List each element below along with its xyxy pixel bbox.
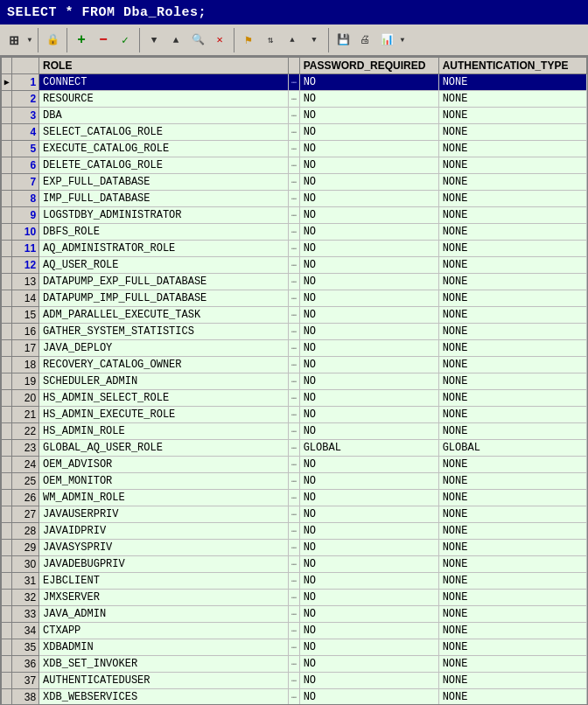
table-row[interactable]: 35XDBADMIN⋯NONONE: [2, 639, 587, 656]
row-indicator-cell: [2, 373, 12, 390]
filter-down-button[interactable]: ▼: [144, 30, 164, 51]
table-row[interactable]: 17JAVA_DEPLOY⋯NONONE: [2, 340, 587, 357]
table-row[interactable]: 24OEM_ADVISOR⋯NONONE: [2, 457, 587, 473]
table-row[interactable]: 38XDB_WEBSERVICES⋯NONONE: [2, 689, 587, 706]
remove-row-button[interactable]: −: [93, 30, 114, 51]
table-row[interactable]: 25OEM_MONITOR⋯NONONE: [2, 473, 587, 490]
auth-header-label: AUTHENTICATION_TYPE: [443, 59, 569, 72]
table-row[interactable]: 21HS_ADMIN_EXECUTE_ROLE⋯NONONE: [2, 407, 587, 423]
row-number-cell: 4: [12, 124, 39, 141]
row-number-cell: 25: [12, 473, 39, 490]
table-row[interactable]: 3DBA⋯NONONE: [2, 108, 587, 124]
authentication-type-cell: NONE: [438, 423, 586, 440]
col-separator-cell: ⋯: [289, 523, 299, 540]
password-header[interactable]: PASSWORD_REQUIRED: [299, 58, 438, 74]
print-button[interactable]: 🖨: [354, 30, 375, 51]
role-cell: HS_ADMIN_EXECUTE_ROLE: [39, 407, 289, 423]
table-row[interactable]: 33JAVA_ADMIN⋯NONONE: [2, 606, 587, 623]
table-row[interactable]: 34CTXAPP⋯NONONE: [2, 623, 587, 639]
sort-desc-button[interactable]: ▼: [304, 30, 325, 51]
role-cell: EXP_FULL_DATABASE: [39, 174, 289, 191]
table-row[interactable]: 30JAVADEBUGPRIV⋯NONONE: [2, 556, 587, 573]
row-indicator-cell: [2, 324, 12, 340]
authentication-type-cell: NONE: [438, 307, 586, 324]
table-row[interactable]: 20HS_ADMIN_SELECT_ROLE⋯NONONE: [2, 390, 587, 407]
role-cell: CONNECT: [39, 74, 289, 91]
table-row[interactable]: 15ADM_PARALLEL_EXECUTE_TASK⋯NONONE: [2, 307, 587, 324]
grid-dropdown-arrow[interactable]: ▼: [25, 30, 34, 51]
row-number-cell: 30: [12, 556, 39, 573]
grid-toggle-button[interactable]: ⊞: [4, 30, 24, 51]
role-header[interactable]: ROLE: [39, 58, 289, 74]
role-header-label: ROLE: [43, 59, 72, 72]
row-indicator-cell: [2, 639, 12, 656]
col-separator-cell: ⋯: [289, 556, 299, 573]
table-row[interactable]: 2RESOURCE⋯NONONE: [2, 91, 587, 108]
password-required-cell: NO: [299, 473, 438, 490]
flag-button[interactable]: ⚑: [238, 30, 259, 51]
authentication-type-cell: NONE: [438, 556, 586, 573]
table-row[interactable]: 5EXECUTE_CATALOG_ROLE⋯NONONE: [2, 141, 587, 157]
table-row[interactable]: 22HS_ADMIN_ROLE⋯NONONE: [2, 423, 587, 440]
table-row[interactable]: 29JAVASYSPRIV⋯NONONE: [2, 540, 587, 556]
table-row[interactable]: 13DATAPUMP_EXP_FULL_DATABASE⋯NONONE: [2, 274, 587, 290]
table-row[interactable]: 10DBFS_ROLE⋯NONONE: [2, 224, 587, 241]
table-row[interactable]: 11AQ_ADMINISTRATOR_ROLE⋯NONONE: [2, 241, 587, 257]
table-row[interactable]: 26WM_ADMIN_ROLE⋯NONONE: [2, 490, 587, 506]
sort-button[interactable]: ⇅: [260, 30, 281, 51]
table-row[interactable]: 36XDB_SET_INVOKER⋯NONONE: [2, 656, 587, 673]
table-row[interactable]: 16GATHER_SYSTEM_STATISTICS⋯NONONE: [2, 324, 587, 340]
chart-button[interactable]: 📊: [376, 30, 397, 51]
clear-button[interactable]: ✕: [209, 30, 230, 51]
table-row[interactable]: 19SCHEDULER_ADMIN⋯NONONE: [2, 373, 587, 390]
row-indicator-cell: [2, 623, 12, 639]
sort-asc-button[interactable]: ▲: [282, 30, 303, 51]
table-row[interactable]: 18RECOVERY_CATALOG_OWNER⋯NONONE: [2, 357, 587, 373]
save-button[interactable]: 💾: [332, 30, 354, 51]
table-row[interactable]: 27JAVAUSERPRIV⋯NONONE: [2, 506, 587, 523]
row-number-cell: 12: [12, 257, 39, 274]
table-row[interactable]: 31EJBCLIENT⋯NONONE: [2, 573, 587, 590]
authentication-type-cell: NONE: [438, 523, 586, 540]
authentication-type-cell: NONE: [438, 324, 586, 340]
check-row-button[interactable]: ✓: [115, 30, 136, 51]
table-row[interactable]: 6DELETE_CATALOG_ROLE⋯NONONE: [2, 157, 587, 174]
authentication-type-cell: NONE: [438, 257, 586, 274]
chart-dropdown-arrow[interactable]: ▼: [398, 30, 407, 51]
data-grid[interactable]: ROLE PASSWORD_REQUIRED AUTHENTICATION_TY…: [0, 56, 588, 705]
table-row[interactable]: 32JMXSERVER⋯NONONE: [2, 590, 587, 606]
table-row[interactable]: 37AUTHENTICATEDUSER⋯NONONE: [2, 673, 587, 689]
table-row[interactable]: 12AQ_USER_ROLE⋯NONONE: [2, 257, 587, 274]
row-indicator-cell: [2, 340, 12, 357]
password-required-cell: NO: [299, 656, 438, 673]
role-cell: JAVA_ADMIN: [39, 606, 289, 623]
authentication-type-cell: NONE: [438, 340, 586, 357]
toolbar-group-filter: ▼ ▲ 🔍 ✕: [144, 28, 234, 52]
password-required-cell: NO: [299, 290, 438, 307]
password-required-cell: NO: [299, 340, 438, 357]
role-cell: IMP_FULL_DATABASE: [39, 191, 289, 207]
table-row[interactable]: ▶1CONNECT⋯NONONE: [2, 74, 587, 91]
col-separator-cell: ⋯: [289, 108, 299, 124]
search-button[interactable]: 🔍: [187, 30, 208, 51]
filter-up-button[interactable]: ▲: [165, 30, 186, 51]
table-row[interactable]: 4SELECT_CATALOG_ROLE⋯NONONE: [2, 124, 587, 141]
row-indicator-cell: [2, 174, 12, 191]
auth-header[interactable]: AUTHENTICATION_TYPE: [438, 58, 586, 74]
row-number-cell: 9: [12, 207, 39, 224]
row-indicator-cell: [2, 590, 12, 606]
table-row[interactable]: 8IMP_FULL_DATABASE⋯NONONE: [2, 191, 587, 207]
table-row[interactable]: 28JAVAIDPRIV⋯NONONE: [2, 523, 587, 540]
table-row[interactable]: 14DATAPUMP_IMP_FULL_DATABASE⋯NONONE: [2, 290, 587, 307]
add-row-button[interactable]: +: [71, 30, 92, 51]
row-number-cell: 23: [12, 440, 39, 457]
table-row[interactable]: 9LOGSTDBY_ADMINISTRATOR⋯NONONE: [2, 207, 587, 224]
role-cell: OEM_ADVISOR: [39, 457, 289, 473]
lock-button[interactable]: 🔒: [42, 30, 63, 51]
role-cell: AQ_ADMINISTRATOR_ROLE: [39, 241, 289, 257]
row-number-cell: 5: [12, 141, 39, 157]
role-cell: JAVASYSPRIV: [39, 540, 289, 556]
authentication-type-cell: NONE: [438, 174, 586, 191]
table-row[interactable]: 23GLOBAL_AQ_USER_ROLE⋯GLOBALGLOBAL: [2, 440, 587, 457]
table-row[interactable]: 7EXP_FULL_DATABASE⋯NONONE: [2, 174, 587, 191]
